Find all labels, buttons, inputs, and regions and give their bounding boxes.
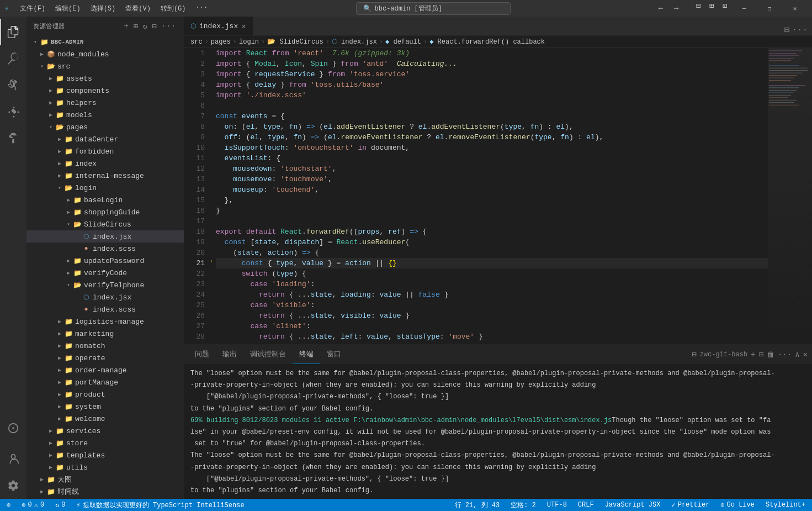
menu-view[interactable]: 查看(V) xyxy=(121,3,155,14)
status-spaces[interactable]: 空格: 2 xyxy=(508,499,538,511)
status-remote[interactable]: ⊙ xyxy=(4,499,13,511)
tree-index-jsx[interactable]: ▶ ⬡ index.jsx xyxy=(26,230,184,243)
collapse-button[interactable]: ⊟ xyxy=(151,20,158,32)
activity-run[interactable] xyxy=(0,98,26,125)
tree-store[interactable]: ▶ 📁 store xyxy=(26,437,184,449)
panel-close-button[interactable]: ✕ xyxy=(803,350,808,359)
tree-updatepassword[interactable]: ▶ 📁 updatePassword xyxy=(26,255,184,267)
bc-slidecircus[interactable]: 📂 SlideCircus xyxy=(267,38,323,46)
more-tabs-button[interactable]: ··· xyxy=(792,25,808,35)
close-button[interactable]: ✕ xyxy=(782,0,808,17)
layout-icon2[interactable]: ⊞ xyxy=(705,0,718,11)
status-sync[interactable]: ↻ 0 xyxy=(53,499,67,511)
panel-tab-debug[interactable]: 调试控制台 xyxy=(243,345,293,364)
new-file-button[interactable]: + xyxy=(123,20,130,32)
tree-system[interactable]: ▶ 📁 system xyxy=(26,401,184,413)
menu-goto[interactable]: 转到(G) xyxy=(156,3,190,14)
terminal-trash-button[interactable]: 🗑 xyxy=(767,350,774,359)
activity-settings[interactable] xyxy=(0,472,26,499)
code-content[interactable]: import React from 'react' 7.6k (gzipped:… xyxy=(211,48,768,344)
tree-nomatch[interactable]: ▶ 📁 nomatch xyxy=(26,340,184,352)
nav-forward[interactable]: → xyxy=(670,3,683,14)
bc-forwardref[interactable]: ◆ React.forwardRef() callback xyxy=(429,38,545,46)
new-folder-button[interactable]: ⊞ xyxy=(132,20,139,32)
activity-extensions[interactable] xyxy=(0,125,26,151)
tree-vt-index-scss[interactable]: ▶ ● index.scss xyxy=(26,303,184,315)
tree-node-modules[interactable]: ▶ 📦 node_modules xyxy=(26,48,184,60)
status-golive[interactable]: ⊙ Go Live xyxy=(718,499,757,511)
refresh-button[interactable]: ↻ xyxy=(141,20,148,32)
tree-vt-index-jsx[interactable]: ▶ ⬡ index.jsx xyxy=(26,291,184,303)
status-encoding[interactable]: UTF-8 xyxy=(545,499,569,511)
terminal-content[interactable]: The "loose" option must be the same for … xyxy=(184,364,812,499)
tree-operate[interactable]: ▶ 📁 operate xyxy=(26,352,184,364)
bc-pages[interactable]: pages xyxy=(211,38,231,46)
tree-baselogin[interactable]: ▶ 📁 baseLogin xyxy=(26,194,184,206)
tree-components[interactable]: ▶ 📁 components xyxy=(26,85,184,97)
tree-welcome[interactable]: ▶ 📁 welcome xyxy=(26,413,184,425)
tree-helpers[interactable]: ▶ 📁 helpers xyxy=(26,97,184,109)
status-position[interactable]: 行 21, 列 43 xyxy=(453,499,502,511)
tree-utils[interactable]: ▶ 📁 utils xyxy=(26,461,184,473)
tree-logistics[interactable]: ▶ 📁 logistics-manage xyxy=(26,315,184,328)
activity-search[interactable] xyxy=(0,45,26,72)
panel-tab-terminal[interactable]: 终端 xyxy=(293,345,320,364)
tree-verifytelphone[interactable]: ▾ 📂 verifyTelphone xyxy=(26,279,184,291)
activity-explorer[interactable] xyxy=(0,19,26,45)
tree-index-folder[interactable]: ▶ 📁 index xyxy=(26,157,184,170)
tree-models[interactable]: ▶ 📁 models xyxy=(26,109,184,121)
status-prettier[interactable]: ✓ Prettier xyxy=(669,499,712,511)
tree-marketing[interactable]: ▶ 📁 marketing xyxy=(26,328,184,340)
menu-select[interactable]: 选择(S) xyxy=(86,3,120,14)
tree-templates[interactable]: ▶ 📁 templates xyxy=(26,449,184,461)
menu-file[interactable]: 文件(F) xyxy=(15,3,50,14)
tree-timeline[interactable]: ▶ 📁 时间线 xyxy=(26,486,184,498)
tab-close-button[interactable]: ✕ xyxy=(241,22,246,31)
layout-icon1[interactable]: ⊟ xyxy=(692,0,705,11)
tree-index-scss[interactable]: ▶ ● index.scss xyxy=(26,243,184,255)
tree-datacenter[interactable]: ▶ 📁 dataCenter xyxy=(26,133,184,145)
panel-tab-problems[interactable]: 问题 xyxy=(188,345,216,364)
activity-source-control[interactable] xyxy=(0,72,26,98)
code-editor[interactable]: 1 2 3 4 5 6 7 8 9 10 11 12 13 14 15 16 1… xyxy=(184,48,812,344)
tree-pages[interactable]: ▾ 📂 pages xyxy=(26,121,184,133)
bc-src[interactable]: src xyxy=(190,38,203,46)
bc-login[interactable]: login xyxy=(239,38,259,46)
activity-account[interactable] xyxy=(0,446,26,472)
tab-index-jsx[interactable]: ⬡ index.jsx ✕ xyxy=(184,17,253,35)
activity-remote[interactable] xyxy=(0,415,26,441)
tree-services[interactable]: ▶ 📁 services xyxy=(26,425,184,437)
maximize-button[interactable]: ❐ xyxy=(757,0,782,17)
tree-forbidden[interactable]: ▶ 📁 forbidden xyxy=(26,145,184,157)
panel-layout-button[interactable]: ⊟ xyxy=(692,350,696,359)
panel-more-button[interactable]: ··· xyxy=(778,350,792,359)
tree-assets[interactable]: ▶ 📁 assets xyxy=(26,72,184,85)
tree-login[interactable]: ▾ 📂 login xyxy=(26,182,184,194)
tree-verifycode[interactable]: ▶ 📁 verifyCode xyxy=(26,267,184,279)
panel-tab-window[interactable]: 窗口 xyxy=(320,345,348,364)
tree-internal-message[interactable]: ▶ 📁 internal-message xyxy=(26,170,184,182)
tree-big-image[interactable]: ▶ 📁 大图 xyxy=(26,473,184,486)
status-stylelint[interactable]: Stylelint+ xyxy=(763,499,808,511)
tree-shoppingguide[interactable]: ▶ 📁 shoppingGuide xyxy=(26,206,184,218)
terminal-add-button[interactable]: + xyxy=(751,350,755,359)
tree-root[interactable]: ▾ 📁 BBC-ADMIN xyxy=(26,36,184,48)
panel-chevron-up[interactable]: ∧ xyxy=(795,350,799,359)
minimize-button[interactable]: — xyxy=(731,0,757,17)
status-language[interactable]: JavaScript JSX xyxy=(603,499,663,511)
menu-edit[interactable]: 编辑(E) xyxy=(51,3,85,14)
tree-product[interactable]: ▶ 📁 product xyxy=(26,388,184,401)
tree-order-manage[interactable]: ▶ 📁 order-manage xyxy=(26,364,184,376)
split-editor-button[interactable]: ⊟ xyxy=(784,24,790,35)
layout-icon3[interactable]: ⊡ xyxy=(718,0,731,11)
search-box[interactable]: 🔍 bbc-admin [管理员] xyxy=(356,2,511,15)
more-actions-button[interactable]: ··· xyxy=(160,20,177,32)
tree-portmanage[interactable]: ▶ 📁 portManage xyxy=(26,376,184,388)
bc-indexjsx[interactable]: ⬡ index.jsx xyxy=(332,38,377,46)
status-eol[interactable]: CRLF xyxy=(576,499,596,511)
tree-src[interactable]: ▾ 📂 src xyxy=(26,60,184,72)
status-intellisense[interactable]: ⚡ 提取数据以实现更好的 TypeScript IntelliSense xyxy=(75,499,247,511)
panel-tab-output[interactable]: 输出 xyxy=(216,345,243,364)
nav-back[interactable]: ← xyxy=(654,3,667,14)
tree-slidecircus[interactable]: ▾ 📂 SlideCircus xyxy=(26,218,184,230)
